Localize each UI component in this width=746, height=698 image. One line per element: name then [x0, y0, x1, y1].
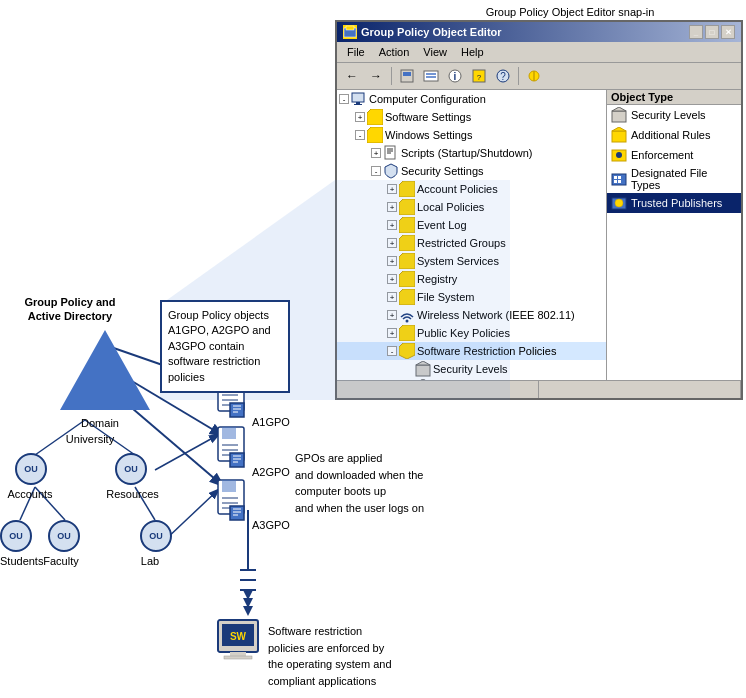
label-restriction: Software restrictionpolicies are enforce… — [268, 623, 508, 689]
svg-marker-30 — [399, 271, 415, 287]
toolbar-btn-3[interactable]: i — [444, 65, 466, 87]
label-a1gpo: A1GPO — [252, 415, 290, 429]
menu-help[interactable]: Help — [455, 44, 490, 60]
maximize-btn[interactable]: □ — [705, 25, 719, 39]
right-item-additional-rules[interactable]: Additional Rules — [607, 125, 741, 145]
menu-file[interactable]: File — [341, 44, 371, 60]
window-title: Group Policy Object Editor — [361, 26, 502, 38]
expand-software[interactable]: + — [355, 112, 365, 122]
toolbar-btn-2[interactable] — [420, 65, 442, 87]
registry-label: Registry — [417, 273, 457, 285]
svg-rect-85 — [230, 453, 244, 467]
expand-windows[interactable]: - — [355, 130, 365, 140]
expand-security[interactable]: - — [371, 166, 381, 176]
label-gpo-applied: GPOs are appliedand downloaded when thec… — [295, 450, 515, 516]
public-key-icon — [399, 325, 415, 341]
expand-system-services[interactable]: + — [387, 256, 397, 266]
tree-item-registry[interactable]: + Registry — [337, 270, 606, 288]
expand-registry[interactable]: + — [387, 274, 397, 284]
tree-item-software-restriction[interactable]: - Software Restriction Policies — [337, 342, 606, 360]
windows-settings-label: Windows Settings — [385, 129, 472, 141]
svg-rect-41 — [612, 131, 626, 142]
svg-rect-17 — [356, 102, 360, 104]
tree-item-software-settings[interactable]: + Software Settings — [337, 108, 606, 126]
svg-text:?: ? — [500, 71, 506, 82]
tree-item-system-services[interactable]: + System Services — [337, 252, 606, 270]
ou-resources: OU — [115, 453, 147, 485]
menu-view[interactable]: View — [417, 44, 453, 60]
security-settings-icon — [383, 163, 399, 179]
svg-line-63 — [165, 490, 218, 540]
svg-rect-4 — [407, 72, 411, 76]
scripts-icon — [383, 145, 399, 161]
right-panel[interactable]: Object Type Security Levels Additional R… — [607, 90, 741, 380]
tree-panel[interactable]: - Computer Configuration + Software Sett… — [337, 90, 607, 380]
right-enforcement-label: Enforcement — [631, 149, 693, 161]
tree-item-computer-config[interactable]: - Computer Configuration — [337, 90, 606, 108]
ou-accounts: OU — [15, 453, 47, 485]
svg-marker-27 — [399, 217, 415, 233]
up-btn[interactable] — [396, 65, 418, 87]
expand-wireless[interactable]: + — [387, 310, 397, 320]
svg-marker-42 — [612, 127, 626, 131]
label-gp-ad: Group Policy andActive Directory — [10, 295, 130, 324]
close-btn[interactable]: ✕ — [721, 25, 735, 39]
expand-restricted[interactable]: + — [387, 238, 397, 248]
tree-item-local-policies[interactable]: + Local Policies — [337, 198, 606, 216]
local-policies-label: Local Policies — [417, 201, 484, 213]
right-item-enforcement[interactable]: Enforcement — [607, 145, 741, 165]
expand-eventlog[interactable]: + — [387, 220, 397, 230]
menu-action[interactable]: Action — [373, 44, 416, 60]
tree-item-security-levels[interactable]: Security Levels — [337, 360, 606, 378]
tree-item-windows-settings[interactable]: - Windows Settings — [337, 126, 606, 144]
system-services-icon — [399, 253, 415, 269]
expand-local[interactable]: + — [387, 202, 397, 212]
minimize-btn[interactable]: _ — [689, 25, 703, 39]
tree-item-wireless[interactable]: + Wireless Network (IEEE 802.11) — [337, 306, 606, 324]
expand-file-system[interactable]: + — [387, 292, 397, 302]
svg-rect-90 — [222, 480, 236, 492]
svg-rect-100 — [230, 652, 246, 656]
computer-config-label: Computer Configuration — [369, 93, 486, 105]
svg-marker-68 — [243, 590, 253, 600]
right-item-trusted-publishers[interactable]: Trusted Publishers — [607, 193, 741, 213]
expand-public-key[interactable]: + — [387, 328, 397, 338]
toolbar-btn-6[interactable] — [523, 65, 545, 87]
svg-marker-33 — [399, 325, 415, 341]
expand-software-restriction[interactable]: - — [387, 346, 397, 356]
toolbar-btn-5[interactable]: ? — [492, 65, 514, 87]
titlebar-buttons: _ □ ✕ — [689, 25, 735, 39]
svg-marker-36 — [416, 361, 430, 365]
ou-lab: OU — [140, 520, 172, 552]
back-btn[interactable]: ← — [341, 65, 363, 87]
tree-item-account-policies[interactable]: + Account Policies — [337, 180, 606, 198]
expand-computer-config[interactable]: - — [339, 94, 349, 104]
tree-item-restricted-groups[interactable]: + Restricted Groups — [337, 234, 606, 252]
svg-point-51 — [615, 199, 623, 207]
domain-triangle — [60, 330, 150, 410]
account-policies-icon — [399, 181, 415, 197]
right-item-designated-file-types[interactable]: Designated File Types — [607, 165, 741, 193]
tree-item-additional-rules[interactable]: Additional Rules — [337, 378, 606, 380]
expand-scripts[interactable]: + — [371, 148, 381, 158]
tree-item-scripts[interactable]: + Scripts (Startup/Shutdown) — [337, 144, 606, 162]
label-ou-accounts: Accounts — [5, 487, 55, 501]
tree-item-file-system[interactable]: + File System — [337, 288, 606, 306]
right-trusted-label: Trusted Publishers — [631, 197, 722, 209]
toolbar-btn-4[interactable]: ? — [468, 65, 490, 87]
svg-marker-26 — [399, 199, 415, 215]
forward-btn[interactable]: → — [365, 65, 387, 87]
tree-item-public-key[interactable]: + Public Key Policies — [337, 324, 606, 342]
svg-rect-16 — [352, 93, 364, 102]
right-item-security-levels[interactable]: Security Levels — [607, 105, 741, 125]
file-system-icon — [399, 289, 415, 305]
tree-item-event-log[interactable]: + Event Log — [337, 216, 606, 234]
svg-marker-25 — [399, 181, 415, 197]
right-enforcement-icon — [611, 147, 627, 163]
tree-item-security-settings[interactable]: - Security Settings — [337, 162, 606, 180]
label-domain: Domain — [70, 416, 130, 430]
expand-account[interactable]: + — [387, 184, 397, 194]
security-settings-label: Security Settings — [401, 165, 484, 177]
toolbar-sep-2 — [518, 67, 519, 85]
wireless-label: Wireless Network (IEEE 802.11) — [417, 309, 575, 321]
